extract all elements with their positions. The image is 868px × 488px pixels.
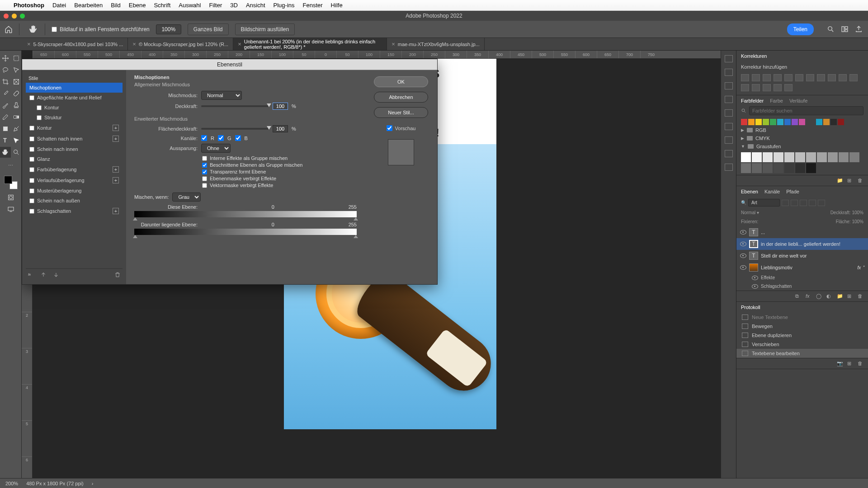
swatch[interactable]: [763, 152, 773, 162]
close-tab-icon[interactable]: ×: [392, 41, 395, 47]
new-layer-icon[interactable]: ⊞: [847, 293, 853, 299]
history-item-1[interactable]: Bewegen: [736, 322, 868, 331]
invert-icon[interactable]: [741, 84, 749, 91]
menu-ansicht[interactable]: Ansicht: [246, 2, 265, 9]
status-zoom[interactable]: 200%: [5, 481, 18, 486]
eraser-tool[interactable]: [0, 112, 11, 122]
style-kontur1[interactable]: Kontur: [26, 103, 123, 113]
layer-row-2[interactable]: TStell dir eine welt vor: [736, 250, 868, 262]
colorbalance-icon[interactable]: [806, 74, 814, 81]
fx-badge[interactable]: fx ˅: [857, 265, 864, 270]
filter-pixel-icon[interactable]: [782, 200, 789, 206]
filter-text-icon[interactable]: [800, 200, 807, 206]
hand-tool-icon[interactable]: [28, 24, 38, 34]
cancel-button[interactable]: Abbrechen: [374, 92, 428, 103]
swatch[interactable]: [784, 119, 791, 125]
history-tab[interactable]: Protokoll: [741, 305, 760, 310]
stamp-tool[interactable]: [11, 100, 22, 111]
fx-icon[interactable]: fx: [28, 272, 34, 278]
posterize-icon[interactable]: [752, 84, 760, 91]
layer-row-0[interactable]: T...: [736, 226, 868, 238]
visibility-icon[interactable]: [740, 242, 746, 246]
mask-icon[interactable]: ◯: [816, 293, 822, 299]
new-folder-icon[interactable]: 📁: [837, 178, 843, 183]
pen-tool[interactable]: [11, 123, 22, 134]
levels-icon[interactable]: [752, 74, 760, 81]
paths-tab[interactable]: Pfade: [786, 189, 799, 194]
channel-g[interactable]: [218, 135, 224, 141]
fx-icon[interactable]: fx: [806, 293, 811, 299]
swatch[interactable]: [817, 152, 827, 162]
swatch[interactable]: [752, 163, 762, 173]
style-color-overlay[interactable]: Farbüberlagerung+: [26, 164, 123, 175]
new-snapshot-icon[interactable]: 📷: [837, 361, 843, 366]
layer-style-dialog[interactable]: Ebenenstil Stile Mischoptionen Abgefläch…: [22, 59, 438, 285]
swatch[interactable]: [763, 119, 769, 125]
trash-icon[interactable]: [114, 272, 121, 278]
knockout-select[interactable]: Ohne: [201, 144, 231, 153]
brightness-icon[interactable]: [741, 74, 749, 81]
layers-tab[interactable]: Ebenen: [741, 189, 758, 194]
canvas-area[interactable]: 6506005505004504003503002502001501005005…: [22, 51, 721, 478]
quick-mask[interactable]: [5, 192, 16, 203]
swatch[interactable]: [849, 152, 859, 162]
add-icon[interactable]: +: [113, 136, 119, 142]
swatch[interactable]: [784, 152, 794, 162]
gradients-tab[interactable]: Verläufe: [789, 98, 807, 103]
gradient-tool[interactable]: [11, 112, 22, 122]
visibility-icon[interactable]: [752, 276, 758, 280]
filter-adjust-icon[interactable]: [791, 200, 798, 206]
channels-tab[interactable]: Kanäle: [764, 189, 780, 194]
visibility-icon[interactable]: [740, 265, 746, 270]
doc-tab-1[interactable]: ×© Mockup-Skyscraper.jpg bei 120% (R...: [128, 38, 233, 50]
adjust-icon[interactable]: ◐: [826, 293, 832, 299]
frame-tool[interactable]: [11, 76, 22, 87]
new-swatch-icon[interactable]: ⊞: [847, 178, 853, 183]
menu-datei[interactable]: Datei: [52, 2, 66, 9]
swatch[interactable]: [741, 163, 751, 173]
swatch-search-input[interactable]: [749, 106, 863, 115]
preview-checkbox[interactable]: [387, 125, 392, 131]
swatch[interactable]: [839, 152, 849, 162]
scroll-all-checkbox[interactable]: [52, 27, 57, 32]
layer-filter-type[interactable]: Art: [748, 199, 780, 206]
layer-name[interactable]: in der deine liebli... geliefert werden!: [761, 241, 840, 247]
layer-effects[interactable]: Effekte: [736, 273, 868, 282]
swatch[interactable]: [816, 119, 822, 125]
fit-screen-button[interactable]: Ganzes Bild: [188, 23, 229, 35]
lock-transparent-icon[interactable]: [761, 219, 767, 225]
add-icon[interactable]: +: [113, 125, 119, 131]
chk-blend-clipped[interactable]: [202, 163, 207, 168]
under-layer-range[interactable]: [134, 229, 357, 235]
swatch[interactable]: [774, 152, 783, 162]
history-item-4[interactable]: Textebene bearbeiten: [736, 349, 868, 358]
search-icon[interactable]: [827, 25, 835, 33]
preview-toggle[interactable]: Vorschau: [387, 125, 416, 131]
workspace-icon[interactable]: [841, 25, 849, 33]
menu-ebene[interactable]: Ebene: [129, 2, 146, 9]
libraries-icon[interactable]: [725, 150, 733, 157]
visibility-icon[interactable]: [740, 253, 746, 258]
swatch[interactable]: [806, 163, 816, 173]
selective-icon[interactable]: [784, 84, 793, 91]
minimize-window[interactable]: [12, 14, 17, 19]
style-satin[interactable]: Glanz: [26, 154, 123, 164]
filter-shape-icon[interactable]: [809, 200, 816, 206]
swatch[interactable]: [752, 152, 762, 162]
swatches-tab[interactable]: Farbfelder: [741, 98, 764, 103]
style-gradient-overlay[interactable]: Verlaufsüberlagerung+: [26, 175, 123, 186]
lock-all-icon[interactable]: [795, 219, 801, 225]
app-name[interactable]: Photoshop: [14, 2, 44, 9]
swatch[interactable]: [795, 163, 805, 173]
eyedropper-tool[interactable]: [0, 88, 11, 99]
opacity-slider[interactable]: [201, 105, 269, 107]
filter-smart-icon[interactable]: [818, 200, 825, 206]
group-icon[interactable]: 📁: [837, 293, 843, 299]
close-tab-icon[interactable]: ×: [132, 41, 136, 47]
layer-name[interactable]: Lieblingsmotiv: [761, 265, 793, 270]
properties-icon[interactable]: [725, 82, 733, 89]
style-kontur2[interactable]: Kontur+: [26, 122, 123, 133]
layer-name[interactable]: Stell dir eine welt vor: [761, 253, 807, 258]
swatch[interactable]: [795, 152, 805, 162]
trash-icon[interactable]: 🗑: [858, 293, 863, 299]
